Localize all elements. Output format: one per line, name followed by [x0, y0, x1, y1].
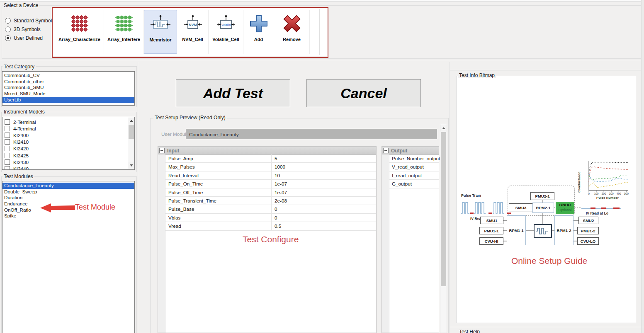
toolbar-button-label: Volatile_Cell [212, 37, 239, 42]
conductance-chart: 0100200300400500 [583, 159, 631, 200]
checkbox[interactable] [5, 159, 10, 165]
user-module-field: Conductance_Linearity [186, 129, 437, 139]
output-name: Pulse_Number_output [389, 154, 440, 162]
list-item[interactable]: CommonLib_other [2, 79, 134, 85]
param-name: Pulse_Off_Time [165, 188, 272, 196]
param-value: 1000 [272, 163, 376, 171]
toolbar-button-memristor[interactable]: Memristor [144, 10, 177, 54]
scroll-thumb[interactable] [129, 125, 134, 139]
instrument-model-item[interactable]: KI2440 [2, 165, 127, 170]
table-row: Max_Pulses1000 [165, 163, 376, 171]
checkbox[interactable] [5, 146, 10, 151]
row-selector-strip [158, 154, 165, 333]
center-right-divider [449, 62, 450, 333]
toolbar-separator [319, 9, 320, 55]
svg-text:Volatile: Volatile [221, 23, 231, 26]
checkbox-label: KI2410 [13, 139, 29, 145]
param-name: Pulse_Transient_Time [165, 197, 272, 205]
cancel-button[interactable]: Cancel [306, 79, 421, 107]
series-yellow [589, 182, 628, 188]
crossbar-green-icon [114, 12, 134, 36]
list-item[interactable]: CommonLib_CV [2, 72, 134, 79]
diagram-box-pmu1-1: PMU1-1 [479, 227, 503, 234]
list-item[interactable]: UserLib [2, 97, 134, 103]
diagram-box-smu1: SMU1 [480, 217, 503, 224]
scroll-thumb[interactable] [441, 132, 446, 286]
list-item[interactable]: CommonLib_SMU [2, 84, 134, 91]
diagram-box-cvu-lo: CVU-LO [577, 237, 599, 245]
output-row: V_read_output [389, 163, 439, 171]
radio-3d-symbols[interactable]: 3D Symbols [5, 27, 41, 32]
scroll-up-button[interactable] [440, 125, 447, 131]
select-device-group-title: Select a Device [2, 3, 39, 8]
instrument-model-item[interactable]: 4-Terminal [2, 125, 127, 132]
toolbar-button-volatile_cell[interactable]: VolatileVolatile_Cell [209, 10, 243, 54]
toolbar-button-add[interactable]: Add [243, 10, 274, 54]
instrument-models-list[interactable]: 2-Terminal4-TerminalKI2400KI2410KI2420KI… [2, 117, 135, 170]
triangle-up-icon [442, 127, 445, 129]
radio-icon[interactable] [5, 27, 11, 32]
instrument-list-scrollbar[interactable] [128, 117, 134, 169]
checkbox[interactable] [5, 119, 10, 125]
checkbox[interactable] [5, 133, 10, 138]
memristor-device-symbol [534, 224, 552, 238]
input-section-title: Input [167, 148, 179, 154]
instrument-model-item[interactable]: KI2410 [2, 139, 127, 145]
param-value: 2e-08 [272, 197, 376, 205]
instrument-models-title: Instrument Models [2, 109, 46, 115]
radio-icon-selected[interactable] [5, 35, 11, 41]
test-info-bitmap-title: Test Info Bitmap [458, 73, 496, 78]
toolbar-button-array_interfere[interactable]: Array_Interfere [104, 10, 144, 54]
window-right-edge [641, 0, 644, 333]
input-table-header: Input [158, 147, 376, 155]
instrument-model-item[interactable]: KI2425 [2, 152, 127, 159]
checkbox-label: KI2400 [13, 133, 29, 138]
svg-text:NVM: NVM [189, 23, 197, 27]
toolbar-button-label: Array_Interfere [107, 37, 140, 42]
preview-scrollbar[interactable] [440, 124, 447, 333]
volatile-cell-icon: Volatile [216, 12, 236, 36]
checkbox[interactable] [5, 139, 10, 145]
param-value: 5 [272, 154, 376, 162]
checkbox[interactable] [5, 153, 10, 158]
online-setup-guide-text: Online Setup Guide [511, 256, 587, 266]
checkbox[interactable] [5, 166, 10, 170]
test-help-title-clipped: Test Help [458, 329, 481, 333]
scroll-down-button[interactable] [128, 162, 134, 169]
collapse-minus-icon[interactable] [159, 148, 165, 153]
list-item[interactable]: Duration [2, 195, 134, 201]
radio-icon[interactable] [5, 18, 11, 24]
param-value: 0 [272, 214, 376, 222]
toolbar-button-nvm_cell[interactable]: NVMNVM_Cell [177, 10, 209, 54]
list-item[interactable]: Mixed_SMU_Mode [2, 91, 134, 97]
gndu-optional-label: Optional [556, 208, 574, 212]
output-name: G_output [389, 180, 439, 188]
table-row: Vbias0 [165, 214, 376, 222]
output-row: G_output [389, 180, 439, 188]
instrument-model-item[interactable]: KI2420 [2, 145, 127, 152]
toolbar-button-array_characterize[interactable]: Array_Characterize [55, 10, 104, 54]
scroll-up-button[interactable] [128, 117, 134, 124]
instrument-model-item[interactable]: KI2400 [2, 132, 127, 138]
radio-label: User Defined [14, 35, 43, 41]
list-item[interactable]: Double_Sweep [2, 189, 134, 195]
add-test-button[interactable]: Add Test [176, 79, 290, 107]
table-row: Pulse_On_Time1e-07 [165, 180, 376, 188]
radio-label: Standard Symbols [14, 18, 54, 24]
test-configure-annotation: Test Configure [243, 234, 299, 244]
diagram-box-rpm2-1: RPM2-1 [532, 203, 554, 213]
collapse-minus-icon[interactable] [383, 148, 389, 153]
left-panel-divider [138, 62, 138, 333]
instrument-model-item[interactable]: 2-Terminal [2, 118, 127, 125]
checkbox[interactable] [5, 126, 10, 131]
svg-text:300: 300 [609, 192, 614, 195]
list-item[interactable]: Conductance_Linearity [2, 183, 134, 189]
toolbar-button-remove[interactable]: Remove [274, 10, 310, 54]
toolbar-button-label: Array_Characterize [58, 37, 100, 42]
test-category-list[interactable]: CommonLib_CVCommonLib_otherCommonLib_SMU… [2, 71, 135, 106]
radio-user-defined[interactable]: User Defined [5, 35, 43, 41]
radio-standard-symbols[interactable]: Standard Symbols [5, 18, 54, 24]
list-item[interactable]: Spike [2, 213, 134, 219]
instrument-model-item[interactable]: KI2430 [2, 159, 127, 165]
gndu-label: GNDU [556, 202, 574, 208]
